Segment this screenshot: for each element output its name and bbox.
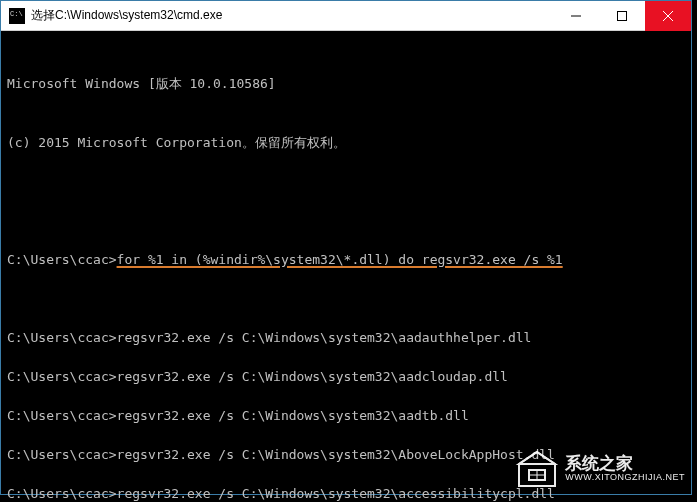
window-title: 选择C:\Windows\system32\cmd.exe [31, 7, 553, 24]
prompt: C:\Users\ccac> [7, 252, 117, 267]
version-line: Microsoft Windows [版本 10.0.10586] [7, 74, 685, 94]
output-line: C:\Users\ccac>regsvr32.exe /s C:\Windows… [7, 328, 685, 348]
output-line: C:\Users\ccac>regsvr32.exe /s C:\Windows… [7, 484, 685, 503]
blank-line [7, 386, 685, 406]
svg-rect-1 [618, 12, 627, 21]
output-line: C:\Users\ccac>regsvr32.exe /s C:\Windows… [7, 367, 685, 387]
terminal-output[interactable]: Microsoft Windows [版本 10.0.10586] (c) 20… [1, 31, 691, 502]
minimize-button[interactable] [553, 1, 599, 31]
maximize-button[interactable] [599, 1, 645, 31]
blank-line [7, 425, 685, 445]
titlebar[interactable]: 选择C:\Windows\system32\cmd.exe [1, 1, 691, 31]
blank-line [7, 308, 685, 328]
command-line: C:\Users\ccac>for %1 in (%windir%\system… [7, 250, 685, 270]
close-button[interactable] [645, 1, 691, 31]
cmd-icon [9, 8, 25, 24]
window-controls [553, 1, 691, 30]
copyright-line: (c) 2015 Microsoft Corporation。保留所有权利。 [7, 133, 685, 153]
output-line: C:\Users\ccac>regsvr32.exe /s C:\Windows… [7, 406, 685, 426]
blank-line [7, 191, 685, 211]
typed-command: for %1 in (%windir%\system32\*.dll) do r… [117, 252, 563, 267]
blank-line [7, 464, 685, 484]
cmd-window: 选择C:\Windows\system32\cmd.exe Microsoft … [0, 0, 692, 495]
output-line: C:\Users\ccac>regsvr32.exe /s C:\Windows… [7, 445, 685, 465]
blank-line [7, 347, 685, 367]
